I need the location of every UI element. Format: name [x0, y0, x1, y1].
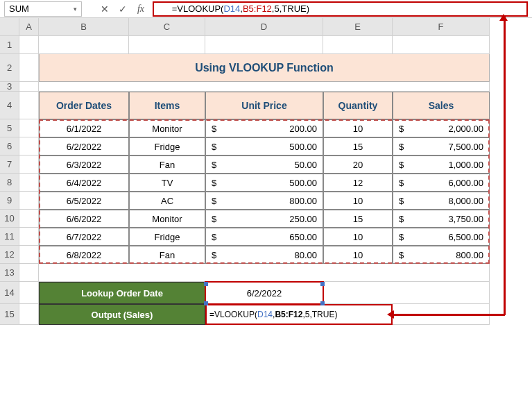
formula-bar[interactable]: =VLOOKUP(D14,B5:F12,5,TRUE): [153, 1, 528, 17]
header-unit-price[interactable]: Unit Price: [205, 92, 323, 119]
cell-f12[interactable]: $800.00: [393, 246, 490, 264]
cell-d10[interactable]: $250.00: [205, 210, 323, 228]
cell-d5[interactable]: $200.00: [205, 119, 323, 137]
name-box-dropdown-icon[interactable]: ▾: [74, 6, 77, 12]
cell-a11[interactable]: [19, 228, 39, 246]
spreadsheet-grid[interactable]: A B C D E F 1 2 Using VLOOKUP Function 3…: [0, 18, 532, 325]
cell-a9[interactable]: [19, 192, 39, 210]
cell-b5[interactable]: 6/1/2022: [39, 119, 129, 137]
select-all-corner[interactable]: [0, 18, 19, 36]
cell-e7[interactable]: 20: [323, 156, 393, 174]
cell-c9[interactable]: AC: [129, 192, 205, 210]
cell-d8[interactable]: $500.00: [205, 174, 323, 192]
cell-a6[interactable]: [19, 137, 39, 156]
cell-a10[interactable]: [19, 210, 39, 228]
cell-f1[interactable]: [393, 36, 490, 54]
cell-b11[interactable]: 6/7/2022: [39, 228, 129, 246]
row-header-5[interactable]: 5: [0, 119, 19, 137]
cell-b8[interactable]: 6/4/2022: [39, 174, 129, 192]
cell-a7[interactable]: [19, 156, 39, 174]
cell-e14f14[interactable]: [323, 282, 490, 304]
cell-f8[interactable]: $6,000.00: [393, 174, 490, 192]
cell-c6[interactable]: Fridge: [129, 137, 205, 156]
cell-b1[interactable]: [39, 36, 129, 54]
cell-d7[interactable]: $50.00: [205, 156, 323, 174]
row-header-15[interactable]: 15: [0, 304, 19, 325]
cancel-button[interactable]: ✕: [96, 1, 114, 17]
cell-a8[interactable]: [19, 174, 39, 192]
row-header-3[interactable]: 3: [0, 82, 19, 92]
cell-row13[interactable]: [39, 264, 490, 282]
col-header-f[interactable]: F: [393, 18, 490, 36]
col-header-b[interactable]: B: [39, 18, 129, 36]
row-header-7[interactable]: 7: [0, 156, 19, 174]
row-header-12[interactable]: 12: [0, 246, 19, 264]
cell-a4[interactable]: [19, 92, 39, 119]
cell-d9[interactable]: $800.00: [205, 192, 323, 210]
row-header-6[interactable]: 6: [0, 137, 19, 156]
cell-e1[interactable]: [323, 36, 393, 54]
cell-b6[interactable]: 6/2/2022: [39, 137, 129, 156]
cell-e10[interactable]: 15: [323, 210, 393, 228]
cell-e9[interactable]: 10: [323, 192, 393, 210]
cell-c8[interactable]: TV: [129, 174, 205, 192]
cell-c11[interactable]: Fridge: [129, 228, 205, 246]
cell-b7[interactable]: 6/3/2022: [39, 156, 129, 174]
cell-b12[interactable]: 6/8/2022: [39, 246, 129, 264]
row-header-14[interactable]: 14: [0, 282, 19, 304]
row-header-10[interactable]: 10: [0, 210, 19, 228]
cell-c12[interactable]: Fan: [129, 246, 205, 264]
cell-a2[interactable]: [19, 54, 39, 82]
cell-c7[interactable]: Fan: [129, 156, 205, 174]
col-header-d[interactable]: D: [205, 18, 323, 36]
cell-e11[interactable]: 10: [323, 228, 393, 246]
cell-f6[interactable]: $7,500.00: [393, 137, 490, 156]
cell-e6[interactable]: 15: [323, 137, 393, 156]
cell-e12[interactable]: 10: [323, 246, 393, 264]
header-order-dates[interactable]: Order Dates: [39, 92, 129, 119]
cell-f11[interactable]: $6,500.00: [393, 228, 490, 246]
col-header-c[interactable]: C: [129, 18, 205, 36]
cell-a12[interactable]: [19, 246, 39, 264]
col-header-e[interactable]: E: [323, 18, 393, 36]
row-header-2[interactable]: 2: [0, 54, 19, 82]
enter-button[interactable]: ✓: [114, 1, 132, 17]
cell-d6[interactable]: $500.00: [205, 137, 323, 156]
col-header-a[interactable]: A: [19, 18, 39, 36]
row-header-1[interactable]: 1: [0, 36, 19, 54]
cell-row3[interactable]: [39, 82, 490, 92]
row-header-4[interactable]: 4: [0, 92, 19, 119]
cell-f7[interactable]: $1,000.00: [393, 156, 490, 174]
title-cell[interactable]: Using VLOOKUP Function: [39, 54, 490, 82]
cell-f10[interactable]: $3,750.00: [393, 210, 490, 228]
cell-a13[interactable]: [19, 264, 39, 282]
cell-c1[interactable]: [129, 36, 205, 54]
row-header-9[interactable]: 9: [0, 192, 19, 210]
insert-function-button[interactable]: fx: [132, 1, 150, 17]
cell-b9[interactable]: 6/5/2022: [39, 192, 129, 210]
cell-e5[interactable]: 10: [323, 119, 393, 137]
cell-a14[interactable]: [19, 282, 39, 304]
lookup-date-label[interactable]: Lookup Order Date: [39, 282, 205, 304]
cell-a5[interactable]: [19, 119, 39, 137]
row-header-13[interactable]: 13: [0, 264, 19, 282]
header-sales[interactable]: Sales: [393, 92, 490, 119]
cell-d12[interactable]: $80.00: [205, 246, 323, 264]
cell-d1[interactable]: [205, 36, 323, 54]
cell-e8[interactable]: 12: [323, 174, 393, 192]
output-cell[interactable]: =VLOOKUP(D14,B5:F12,5,TRUE): [205, 304, 393, 325]
cell-f9[interactable]: $8,000.00: [393, 192, 490, 210]
cell-d11[interactable]: $650.00: [205, 228, 323, 246]
cell-c5[interactable]: Monitor: [129, 119, 205, 137]
output-label[interactable]: Output (Sales): [39, 304, 205, 325]
row-header-8[interactable]: 8: [0, 174, 19, 192]
name-box[interactable]: SUM ▾: [4, 1, 82, 17]
cell-b10[interactable]: 6/6/2022: [39, 210, 129, 228]
header-quantity[interactable]: Quantity: [323, 92, 393, 119]
row-header-11[interactable]: 11: [0, 228, 19, 246]
cell-a15[interactable]: [19, 304, 39, 325]
cell-a1[interactable]: [19, 36, 39, 54]
cell-c10[interactable]: Monitor: [129, 210, 205, 228]
header-items[interactable]: Items: [129, 92, 205, 119]
cell-f5[interactable]: $2,000.00: [393, 119, 490, 137]
